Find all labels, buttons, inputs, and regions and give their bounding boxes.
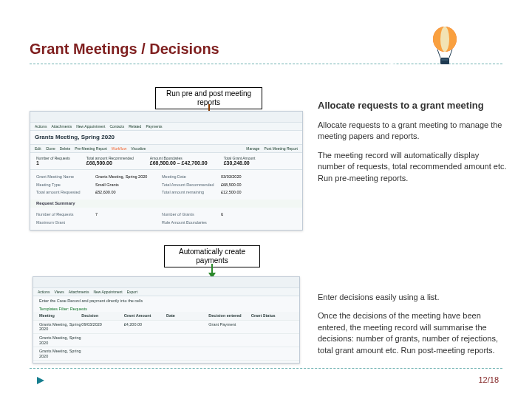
menu-item[interactable]: Attachments xyxy=(69,290,89,294)
tool-manage[interactable]: Manage xyxy=(246,146,259,151)
svg-marker-16 xyxy=(37,377,44,384)
page-number: 12/18 xyxy=(478,375,499,384)
field-label: Maximum Grant xyxy=(36,219,95,227)
summary-value: 1 xyxy=(36,160,70,166)
menu-item[interactable]: Related xyxy=(129,124,141,129)
hot-air-balloon-icon xyxy=(430,27,460,72)
body-text: Allocate requests to a grant meeting to … xyxy=(318,120,508,143)
table-row[interactable]: Grants Meeting, Spring 2020 09/03/2020 £… xyxy=(33,321,299,334)
body-text: Once the decisions of the meeting have b… xyxy=(318,310,508,356)
toolbar xyxy=(30,112,302,123)
cloud-large-icon xyxy=(375,34,427,66)
field-label: Meeting Type xyxy=(36,181,95,189)
col-header: Meeting xyxy=(39,313,81,318)
summary-label: Total amount Recommended xyxy=(86,156,134,160)
page-title: Grant Meetings / Decisions xyxy=(30,41,219,58)
summary-label: Amount Boundaries xyxy=(150,156,183,160)
menu-item[interactable]: New Appointment xyxy=(76,124,105,129)
col-header: Date xyxy=(166,313,208,318)
tool-post-report[interactable]: Post Meeting Report xyxy=(264,146,298,151)
screenshot-decision-list: Actions Views Attachments New Appointmen… xyxy=(33,276,300,364)
col-header: Grant Status xyxy=(251,313,293,318)
text-block-lower: Enter decisions easily using a list. Onc… xyxy=(318,292,508,364)
field-value: 6 xyxy=(221,211,287,219)
field-value xyxy=(95,219,162,227)
body-text: The meeting record will automatically di… xyxy=(318,150,508,184)
field-label: Total amount Requested xyxy=(36,188,95,197)
field-label: Total amount remaining xyxy=(162,188,221,197)
field-label: Grant Meeting Name xyxy=(36,173,95,181)
tool-visualize[interactable]: Visualize xyxy=(131,146,146,151)
cloud-small-icon xyxy=(468,19,505,43)
field-label: Number of Grants xyxy=(162,211,221,219)
svg-point-9 xyxy=(440,27,449,52)
toolbar xyxy=(33,277,299,288)
field-value: Small Grants xyxy=(95,181,162,189)
svg-rect-11 xyxy=(442,59,449,61)
tool-workflow[interactable]: Workflow xyxy=(112,146,126,151)
menu-item[interactable]: Actions xyxy=(35,124,47,129)
summary-value: £68,500.00 xyxy=(86,160,134,166)
list-filter: Templates Filter: Requests xyxy=(33,306,299,313)
tools-row: Edit Clone Delete Pre-Meeting Report Wor… xyxy=(30,145,302,153)
menu-item[interactable]: Payments xyxy=(146,124,162,129)
action-bar: Actions Attachments New Appointment Cont… xyxy=(30,123,302,131)
field-value: £82,600.00 xyxy=(95,188,162,197)
field-value xyxy=(221,219,287,227)
col-header: Decision entered xyxy=(208,313,250,318)
svg-rect-7 xyxy=(474,33,501,41)
field-value: Grants Meeting, Spring 2020 xyxy=(95,173,162,181)
col-header: Decision xyxy=(81,313,123,318)
divider-bottom xyxy=(30,368,502,369)
decision-grid: Meeting Decision Grant Amount Date Decis… xyxy=(33,312,299,361)
tool-clone[interactable]: Clone xyxy=(46,146,55,151)
text-block-upper: Allocate requests to a grant meeting All… xyxy=(318,100,508,191)
field-value: £12,500.00 xyxy=(221,188,287,197)
field-value: 7 xyxy=(95,211,162,219)
body-text: Enter decisions easily using a list. xyxy=(318,292,508,303)
screenshot-meeting-record: Actions Attachments New Appointment Cont… xyxy=(30,111,303,231)
field-label: Role Amount Boundaries xyxy=(162,219,221,227)
summary-label: Number of Requests xyxy=(36,156,70,160)
list-subtitle: Enter the Case Record and payment direct… xyxy=(33,296,299,306)
col-header: Grant Amount xyxy=(124,313,166,318)
menu-item[interactable]: Export xyxy=(127,290,137,294)
tool-edit[interactable]: Edit xyxy=(35,146,41,151)
summary-label: Total Grant Amount xyxy=(224,156,256,160)
table-row[interactable]: Grants Meeting, Spring 2020 xyxy=(33,334,299,347)
menu-item[interactable]: Contacts xyxy=(109,124,124,129)
slide: Grant Meetings / Decisions Run pre and p… xyxy=(0,0,532,399)
summary-value: £30,248.00 xyxy=(224,160,256,166)
menu-item[interactable]: Views xyxy=(54,290,64,294)
summary-row: Number of Requests1 Total amount Recomme… xyxy=(30,153,302,170)
svg-rect-10 xyxy=(440,58,449,64)
tool-delete[interactable]: Delete xyxy=(60,146,70,151)
field-value: 03/03/2020 xyxy=(221,173,287,181)
field-value: £68,500.00 xyxy=(221,181,287,189)
menu-item[interactable]: New Appointment xyxy=(93,290,122,294)
tool-pre-report[interactable]: Pre-Meeting Report xyxy=(75,146,107,151)
section-heading: Allocate requests to a grant meeting xyxy=(318,100,508,111)
table-row[interactable]: Grants Meeting, Spring 2020 xyxy=(33,347,299,361)
record-title: Grants Meeting, Spring 2020 xyxy=(30,131,302,145)
summary-value: £68,500.00 – £42,700.00 xyxy=(150,160,208,166)
menu-item[interactable]: Attachments xyxy=(51,124,72,129)
section-request-summary: Request Summary xyxy=(30,200,302,208)
svg-rect-3 xyxy=(384,53,421,64)
field-label: Meeting Date xyxy=(162,173,221,181)
menu-item[interactable]: Actions xyxy=(38,290,50,294)
footer-accent-icon xyxy=(35,375,46,386)
action-bar: Actions Views Attachments New Appointmen… xyxy=(33,288,299,296)
field-label: Number of Requests xyxy=(36,211,95,219)
field-label: Total Amount Recommended xyxy=(162,181,221,189)
